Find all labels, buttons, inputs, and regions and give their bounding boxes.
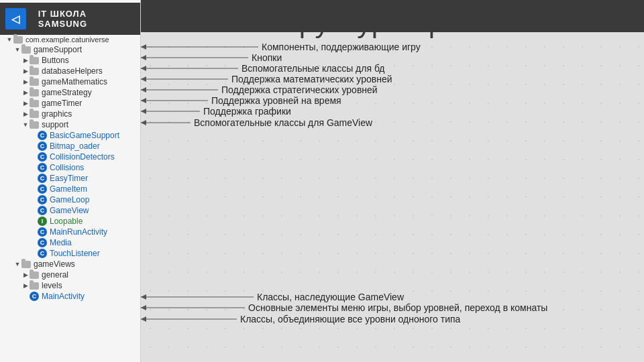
svg-marker-19	[141, 305, 146, 310]
gameTimer-label: gameTimer	[42, 99, 82, 108]
support-arrow	[21, 121, 30, 129]
svg-marker-13	[141, 109, 146, 114]
levels-icon	[30, 282, 39, 290]
general-arrow	[21, 271, 30, 279]
buttons-arrow	[21, 56, 30, 64]
tree-item-gameSupport[interactable]: gameSupport	[0, 44, 140, 55]
right-panel: Структура проекта Компоненты, поддержива…	[141, 0, 644, 362]
gameViews-arrow	[13, 260, 21, 268]
databaseHelpers-label: databaseHelpers	[42, 66, 103, 76]
svg-marker-5	[141, 66, 146, 71]
databaseHelpers-icon	[30, 68, 39, 75]
tree-item-Loopable[interactable]: I Loopable	[0, 216, 140, 227]
MainActivity-label: MainActivity	[42, 292, 85, 301]
tree-root[interactable]: com.example.catuniverse	[0, 35, 140, 44]
tree-item-Media[interactable]: C Media	[0, 237, 140, 248]
tree-item-Collisions[interactable]: C Collisions	[0, 162, 140, 173]
gameMathematics-arrow	[21, 78, 30, 86]
tree-item-gameStrategy[interactable]: gameStrategy	[0, 87, 140, 98]
annotation-5: Поддержка стратегических уровней	[221, 84, 378, 95]
BasicGameSupport-icon: C	[38, 131, 47, 140]
svg-marker-3	[141, 55, 146, 60]
brand-text: IT ШКОЛА SAMSUNG	[38, 9, 135, 29]
gameSupport-arrow	[13, 46, 21, 54]
annotations-svg: Компоненты, поддерживающие игру Кнопки В…	[141, 32, 644, 362]
CollisionDetectors-label: CollisionDetectors	[50, 152, 115, 162]
svg-marker-7	[141, 76, 146, 82]
general-icon	[30, 272, 39, 279]
tree-item-GameItem[interactable]: C GameItem	[0, 184, 140, 194]
tree-item-EasyTimer[interactable]: C EasyTimer	[0, 173, 140, 184]
file-tree[interactable]: ◁ IT ШКОЛА SAMSUNG com.example.catuniver…	[0, 0, 141, 362]
graphics-arrow	[21, 110, 30, 118]
root-folder-icon	[13, 36, 23, 44]
root-label: com.example.catuniverse	[25, 36, 109, 44]
gameTimer-arrow	[21, 99, 30, 107]
general-label: general	[42, 270, 68, 280]
GameItem-icon: C	[38, 184, 47, 194]
tree-item-general[interactable]: general	[0, 269, 140, 280]
logo: ◁	[5, 8, 26, 29]
tree-item-gameViews[interactable]: gameViews	[0, 259, 140, 269]
support-icon	[30, 121, 39, 129]
tree-item-TouchListener[interactable]: C TouchListener	[0, 248, 140, 259]
annotation-6: Поддержка уровней на время	[211, 95, 341, 106]
annotation-1: Компоненты, поддерживающие игру	[262, 42, 421, 52]
EasyTimer-label: EasyTimer	[50, 174, 88, 183]
gameMathematics-label: gameMathematics	[42, 77, 107, 86]
tree-item-levels[interactable]: levels	[0, 280, 140, 291]
tree-item-BasicGameSupport[interactable]: C BasicGameSupport	[0, 130, 140, 141]
annotation-4: Поддержка математических уровней	[231, 74, 392, 84]
tree-item-buttons[interactable]: Buttons	[0, 55, 140, 66]
svg-marker-21	[141, 316, 146, 322]
annotation-3: Вспомогательные классы для бд	[241, 63, 384, 74]
gameSupport-label: gameSupport	[34, 45, 82, 54]
Media-label: Media	[50, 238, 72, 247]
tree-item-graphics[interactable]: graphics	[0, 109, 140, 119]
GameLoop-icon: C	[38, 195, 47, 204]
tree-item-MainActivity[interactable]: C MainActivity	[0, 291, 140, 302]
TouchListener-label: TouchListener	[50, 249, 100, 258]
GameView-label: GameView	[50, 206, 89, 215]
gameSupport-icon	[21, 46, 31, 54]
MainRunActivity-label: MainRunActivity	[50, 227, 107, 237]
levels-arrow	[21, 282, 30, 290]
svg-marker-1	[141, 44, 146, 50]
tree-item-CollisionDetectors[interactable]: C CollisionDetectors	[0, 152, 140, 162]
tree-item-BitmapLoader[interactable]: C Bitmap_oader	[0, 141, 140, 152]
tree-item-GameLoop[interactable]: C GameLoop	[0, 194, 140, 205]
annotation-11: Классы, объединяющие все уровни одноного…	[240, 314, 461, 324]
gameStrategy-icon	[30, 89, 39, 97]
BasicGameSupport-label: BasicGameSupport	[50, 131, 119, 140]
tree-item-GameView[interactable]: C GameView	[0, 205, 140, 216]
gameStrategy-arrow	[21, 88, 30, 97]
gameMathematics-icon	[30, 78, 39, 86]
svg-marker-17	[141, 294, 146, 300]
gameViews-icon	[21, 261, 31, 268]
MainRunActivity-icon: C	[38, 227, 47, 237]
graphics-icon	[30, 111, 39, 118]
annotation-8: Вспомогательные классы для GameView	[194, 117, 373, 128]
annotation-2: Кнопки	[252, 52, 282, 63]
root-arrow	[5, 36, 13, 44]
page-title: Структура проекта	[264, 7, 521, 39]
buttons-icon	[30, 57, 39, 64]
GameLoop-label: GameLoop	[50, 195, 89, 204]
Loopable-label: Loopable	[50, 217, 83, 226]
svg-marker-11	[141, 98, 146, 103]
logo-icon: ◁	[11, 13, 19, 25]
annotation-9: Классы, наследующие GameView	[257, 292, 405, 302]
buttons-label: Buttons	[42, 56, 69, 65]
tree-item-support[interactable]: support	[0, 119, 140, 130]
CollisionDetectors-icon: C	[38, 152, 47, 162]
tree-item-gameMathematics[interactable]: gameMathematics	[0, 76, 140, 87]
databaseHelpers-arrow	[21, 67, 30, 75]
support-label: support	[42, 120, 68, 129]
Collisions-label: Collisions	[50, 163, 84, 172]
EasyTimer-icon: C	[38, 174, 47, 183]
Loopable-icon: I	[38, 217, 47, 226]
TouchListener-icon: C	[38, 249, 47, 258]
tree-item-MainRunActivity[interactable]: C MainRunActivity	[0, 227, 140, 237]
tree-item-gameTimer[interactable]: gameTimer	[0, 98, 140, 109]
tree-item-databaseHelpers[interactable]: databaseHelpers	[0, 66, 140, 76]
